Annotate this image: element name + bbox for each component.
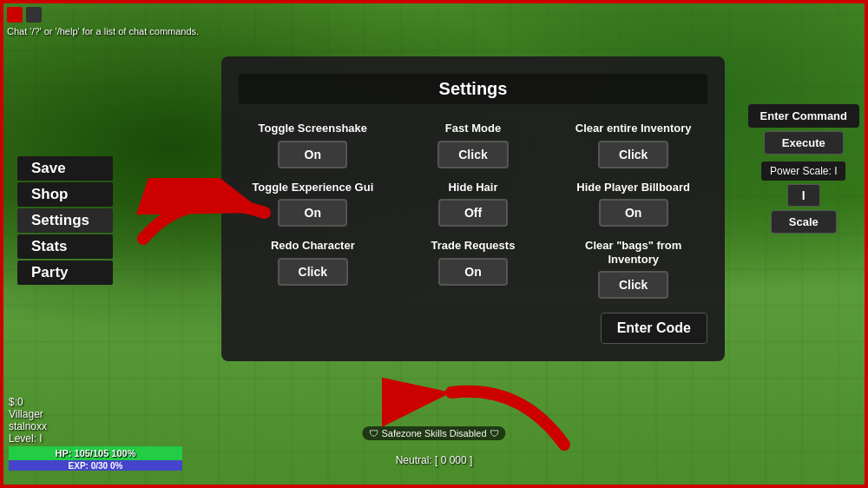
scale-button[interactable]: Scale bbox=[771, 210, 837, 234]
settings-panel: Settings Toggle Screenshake On Fast Mode… bbox=[221, 56, 725, 361]
power-scale-label: Power Scale: I bbox=[761, 162, 845, 181]
trade-requests-button[interactable]: On bbox=[438, 258, 508, 286]
power-scale-value[interactable]: I bbox=[787, 184, 820, 207]
setting-toggle-exp-gui: Toggle Experience Gui On bbox=[239, 181, 387, 228]
sidebar-item-settings[interactable]: Settings bbox=[17, 208, 113, 233]
settings-title: Settings bbox=[239, 74, 707, 104]
rank-display: Villager bbox=[9, 408, 47, 420]
enter-command-label: Enter Command bbox=[748, 104, 859, 128]
execute-button[interactable]: Execute bbox=[764, 131, 844, 155]
clear-inventory-button[interactable]: Click bbox=[598, 141, 668, 168]
enter-code-button[interactable]: Enter Code bbox=[601, 313, 707, 344]
currency-display: $:0 bbox=[9, 396, 47, 408]
sidebar-item-stats[interactable]: Stats bbox=[17, 234, 113, 259]
setting-clear-bags: Clear "bags" from Inventory Click bbox=[559, 239, 707, 299]
sidebar-item-party[interactable]: Party bbox=[17, 260, 113, 285]
hp-bar-container: HP: 105/105 100% EXP: 0/30 0% bbox=[9, 446, 182, 471]
player-status: $:0 Villager stalnoxx Level: I bbox=[9, 396, 47, 445]
hp-bar: HP: 105/105 100% bbox=[9, 446, 182, 460]
exp-bar: EXP: 0/30 0% bbox=[9, 460, 182, 471]
chat-area: Chat '/?' or '/help' for a list of chat … bbox=[7, 7, 199, 36]
setting-fast-mode: Fast Mode Click bbox=[399, 122, 548, 168]
setting-hide-hair: Hide Hair Off bbox=[399, 181, 548, 228]
left-menu: Save Shop Settings Stats Party bbox=[17, 156, 113, 287]
hide-player-billboard-button[interactable]: On bbox=[599, 199, 668, 227]
setting-clear-inventory: Clear entire Inventory Click bbox=[559, 122, 707, 168]
sidebar-item-shop[interactable]: Shop bbox=[17, 182, 113, 207]
roblox-icon-red bbox=[7, 7, 23, 23]
redo-character-button[interactable]: Click bbox=[278, 258, 348, 286]
sidebar-item-save[interactable]: Save bbox=[17, 156, 113, 181]
chat-hint-text: Chat '/?' or '/help' for a list of chat … bbox=[7, 26, 199, 36]
roblox-icon-dark bbox=[26, 7, 42, 23]
level-display: Level: I bbox=[9, 432, 47, 445]
toggle-exp-gui-button[interactable]: On bbox=[278, 199, 347, 227]
clear-bags-button[interactable]: Click bbox=[598, 271, 668, 299]
fast-mode-button[interactable]: Click bbox=[437, 141, 508, 168]
safezone-badge: 🛡 Safezone Skills Disabled 🛡 bbox=[362, 426, 505, 440]
setting-hide-player-billboard: Hide Player Billboard On bbox=[559, 181, 707, 228]
username-display: stalnoxx bbox=[9, 420, 47, 432]
right-ui-panel: Enter Command Execute Power Scale: I I S… bbox=[748, 104, 859, 234]
settings-grid: Toggle Screenshake On Fast Mode Click Cl… bbox=[239, 122, 707, 299]
setting-redo-character: Redo Character Click bbox=[239, 239, 387, 299]
bottom-center-text: Neutral: [ 0 000 ] bbox=[396, 454, 473, 466]
hide-hair-button[interactable]: Off bbox=[438, 199, 508, 227]
setting-trade-requests: Trade Requests On bbox=[399, 239, 548, 299]
toggle-screenshake-button[interactable]: On bbox=[278, 141, 347, 168]
setting-toggle-screenshake: Toggle Screenshake On bbox=[239, 122, 387, 168]
